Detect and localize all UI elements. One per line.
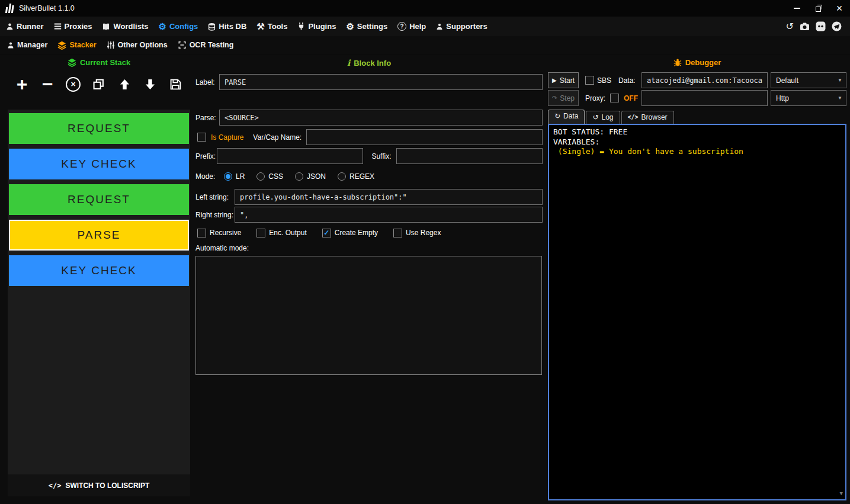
configs-sub-menu: Manager Stacker Other Options OCR Testin… — [0, 36, 850, 54]
debugger-row-1: ▶ Start SBS Data: Default ▼ — [548, 72, 846, 88]
tab-data[interactable]: ↻ Data — [548, 110, 585, 124]
save-config-button[interactable] — [167, 73, 185, 95]
menu-item-proxies[interactable]: Proxies — [54, 22, 92, 31]
mode-option-lr[interactable]: LR — [224, 172, 245, 181]
parse-field-label: Parse: — [195, 114, 219, 122]
restore-button[interactable] — [807, 0, 829, 17]
start-button[interactable]: ▶ Start — [548, 72, 579, 88]
prefix-input[interactable] — [217, 148, 363, 164]
step-button[interactable]: ↷ Step — [548, 90, 579, 106]
submenu-item-stacker[interactable]: Stacker — [57, 41, 96, 50]
enc-output-checkbox[interactable] — [256, 229, 265, 237]
console-line-variables: VARIABLES: — [553, 137, 841, 147]
debugger-console[interactable]: BOT STATUS: FREE VARIABLES: (Single) = Y… — [548, 124, 846, 500]
submenu-item-label: Other Options — [118, 41, 168, 49]
current-stack-panel: Current Stack + − × REQUEST KEY CHECK RE… — [8, 57, 190, 496]
proxy-checkbox[interactable] — [610, 94, 619, 102]
mode-option-regex[interactable]: REGEX — [338, 172, 374, 181]
stack-block-keycheck-1[interactable]: KEY CHECK — [9, 149, 189, 179]
move-down-button[interactable] — [142, 73, 159, 95]
recursive-label: Recursive — [210, 229, 241, 237]
label-input[interactable] — [219, 74, 543, 90]
create-empty-checkbox[interactable]: ✓ — [322, 229, 331, 237]
proxy-input[interactable] — [641, 90, 768, 106]
enc-output-option[interactable]: Enc. Output — [256, 229, 306, 237]
remove-block-button[interactable]: − — [39, 73, 56, 95]
mode-option-json[interactable]: JSON — [295, 172, 326, 181]
stack-block-request-2[interactable]: REQUEST — [9, 184, 189, 215]
radio-json[interactable] — [295, 172, 303, 181]
wordlists-icon — [102, 23, 110, 31]
menu-item-help[interactable]: ? Help — [397, 22, 426, 31]
menu-item-plugins[interactable]: Plugins — [297, 22, 336, 31]
scrollbar-down-arrow-icon[interactable]: ▼ — [840, 489, 843, 499]
recursive-checkbox[interactable] — [197, 229, 206, 237]
stack-block-keycheck-2[interactable]: KEY CHECK — [9, 255, 189, 286]
screenshot-camera-icon[interactable] — [800, 22, 810, 31]
parse-source-input[interactable] — [219, 110, 543, 126]
menubar-right-icons: ↺ — [786, 21, 844, 31]
submenu-item-manager[interactable]: Manager — [7, 41, 47, 49]
left-string-input[interactable] — [235, 189, 543, 205]
current-stack-header: Current Stack — [8, 57, 190, 68]
debugger-panel: Debugger ▶ Start SBS Data: Default ▼ ↷ S… — [548, 57, 846, 500]
automatic-mode-textarea[interactable] — [195, 256, 542, 375]
clone-block-button[interactable] — [90, 73, 108, 95]
history-icon[interactable]: ↺ — [786, 22, 794, 31]
tab-browser[interactable]: </> Browser — [621, 111, 674, 124]
switch-to-loliscript-button[interactable]: </> SWITCH TO LOLISCRIPT — [8, 474, 190, 496]
create-empty-option[interactable]: ✓ Create Empty — [322, 229, 378, 237]
var-cap-name-input[interactable] — [306, 129, 543, 145]
suffix-input[interactable] — [396, 148, 543, 164]
proxies-icon — [54, 23, 62, 30]
automatic-mode-label: Automatic mode: — [195, 244, 249, 252]
menu-item-supporters[interactable]: Supporters — [436, 22, 487, 31]
stack-block-parse-selected[interactable]: PARSE — [9, 220, 189, 251]
x-circle-icon: × — [66, 77, 81, 92]
radio-css[interactable] — [256, 172, 265, 181]
mode-option-css[interactable]: CSS — [256, 172, 283, 181]
sbs-checkbox[interactable] — [585, 76, 594, 85]
debug-data-input[interactable] — [641, 72, 768, 88]
clear-stack-button[interactable]: × — [65, 73, 82, 95]
is-capture-label: Is Capture — [211, 133, 243, 142]
menu-item-hits-db[interactable]: Hits DB — [208, 22, 246, 31]
use-regex-checkbox[interactable] — [393, 229, 402, 237]
menu-item-wordlists[interactable]: Wordlists — [102, 22, 148, 31]
left-string-label: Left string: — [195, 193, 235, 201]
telegram-icon[interactable] — [832, 21, 842, 31]
right-string-input[interactable] — [235, 207, 543, 223]
move-up-button[interactable] — [116, 73, 133, 95]
use-regex-option[interactable]: Use Regex — [393, 229, 441, 237]
recursive-option[interactable]: Recursive — [197, 229, 241, 237]
proxy-type-combobox[interactable]: Http ▼ — [771, 90, 846, 106]
submenu-item-label: Stacker — [69, 41, 96, 49]
mode-row: Mode: LR CSS JSON REGEX — [195, 171, 543, 182]
menu-item-label: Tools — [268, 22, 288, 31]
switch-to-loliscript-label: SWITCH TO LOLISCRIPT — [65, 481, 149, 490]
tab-log[interactable]: ↺ Log — [586, 111, 620, 124]
minimize-button[interactable] — [786, 0, 807, 17]
plug-icon — [297, 22, 305, 31]
submenu-item-ocr-testing[interactable]: OCR Testing — [178, 41, 234, 49]
stack-block-label: REQUEST — [68, 122, 130, 135]
menu-item-tools[interactable]: ⚒ Tools — [256, 22, 287, 31]
submenu-item-label: OCR Testing — [190, 41, 234, 49]
titlebar: SilverBullet 1.1.0 × — [0, 0, 850, 17]
submenu-item-other-options[interactable]: Other Options — [107, 41, 168, 49]
menu-item-settings[interactable]: ⚙ Settings — [346, 22, 387, 31]
stack-block-request-1[interactable]: REQUEST — [9, 113, 189, 144]
menu-item-configs[interactable]: ⚙ Configs — [158, 22, 198, 31]
radio-lr[interactable] — [224, 172, 232, 181]
menu-item-runner[interactable]: Runner — [6, 22, 44, 31]
tab-label: Browser — [641, 113, 668, 121]
discord-icon[interactable] — [816, 21, 826, 31]
add-block-button[interactable]: + — [13, 73, 31, 95]
enc-output-label: Enc. Output — [269, 229, 306, 237]
is-capture-checkbox[interactable] — [197, 133, 206, 142]
radio-regex[interactable] — [338, 172, 346, 181]
wordlist-type-combobox[interactable]: Default ▼ — [771, 72, 846, 88]
close-button[interactable]: × — [829, 0, 850, 17]
stack-block-label: PARSE — [77, 229, 120, 242]
parse-row: Parse: — [195, 110, 543, 126]
